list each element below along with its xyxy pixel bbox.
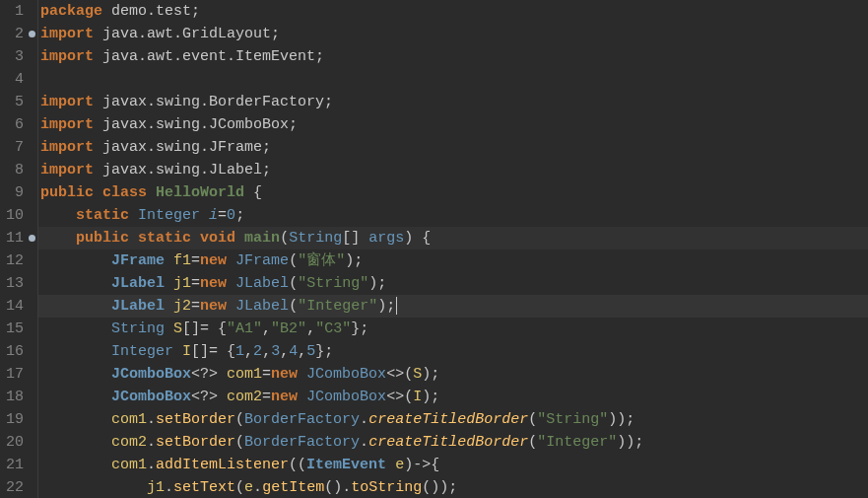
- code-token: new: [271, 366, 298, 383]
- code-token: ): [422, 389, 431, 405]
- code-token: 2: [253, 343, 262, 360]
- code-token: java.awt.event.ItemEvent: [102, 48, 315, 65]
- line-number: 6: [0, 113, 24, 136]
- code-token: ): [626, 434, 634, 451]
- code-line[interactable]: public class HelloWorld {: [38, 181, 868, 204]
- code-token: (: [528, 434, 537, 451]
- code-line[interactable]: JFrame f1=new JFrame("窗体");: [38, 249, 868, 272]
- code-token: ;: [262, 139, 271, 156]
- code-line[interactable]: String S[]= {"A1","B2","C3"};: [38, 318, 868, 340]
- breakpoint-marker-icon[interactable]: [29, 31, 35, 37]
- code-token: j1: [147, 479, 165, 496]
- line-number: 13: [0, 272, 24, 295]
- code-token: ): [368, 275, 377, 292]
- code-token: public: [40, 184, 94, 201]
- code-token: ;: [634, 434, 643, 451]
- code-line[interactable]: static Integer i=0;: [38, 204, 868, 227]
- code-line[interactable]: com1.setBorder(BorderFactory.createTitle…: [38, 408, 868, 431]
- code-token: I: [413, 389, 422, 405]
- breakpoint-marker-icon[interactable]: [29, 235, 35, 242]
- code-token: (: [235, 434, 244, 451]
- code-line[interactable]: JComboBox<?> com2=new JComboBox<>(I);: [38, 386, 868, 408]
- code-line[interactable]: import java.awt.event.ItemEvent;: [38, 45, 868, 68]
- code-token: ,: [280, 343, 289, 360]
- code-line[interactable]: import java.awt.GridLayout;: [38, 23, 868, 45]
- code-token: ;: [354, 252, 363, 269]
- code-token: ;: [377, 275, 386, 292]
- code-token: .: [147, 411, 156, 428]
- code-token: j1: [173, 275, 191, 292]
- code-token: ItemEvent: [306, 457, 386, 473]
- code-token: .: [360, 411, 368, 428]
- code-token: [40, 275, 111, 292]
- code-token: java.awt.GridLayout: [102, 26, 271, 42]
- code-token: JFrame: [111, 252, 165, 269]
- code-token: [173, 343, 182, 360]
- code-line[interactable]: com1.addItemListener((ItemEvent e)->{: [38, 454, 868, 476]
- code-line[interactable]: [38, 68, 868, 91]
- code-line[interactable]: JLabel j2=new JLabel("Integer");: [38, 295, 868, 318]
- code-token: ;: [448, 479, 457, 496]
- code-line[interactable]: import javax.swing.JFrame;: [38, 136, 868, 159]
- code-token: [40, 298, 111, 315]
- code-line[interactable]: Integer I[]= {1,2,3,4,5};: [38, 340, 868, 363]
- code-token: .: [147, 434, 156, 451]
- code-line[interactable]: JLabel j1=new JLabel("String");: [38, 272, 868, 295]
- code-token: "窗体": [298, 252, 345, 269]
- code-line[interactable]: import javax.swing.JLabel;: [38, 159, 868, 181]
- code-token: []= {: [191, 343, 235, 360]
- line-number: 3: [0, 45, 24, 68]
- line-number: 14: [0, 295, 24, 318]
- code-token: "A1": [227, 320, 262, 337]
- code-token: [129, 230, 138, 247]
- code-line[interactable]: import javax.swing.BorderFactory;: [38, 91, 868, 113]
- code-token: ): [333, 479, 342, 496]
- code-token: BorderFactory: [244, 434, 360, 451]
- code-token: String: [289, 230, 342, 247]
- line-number: 15: [0, 318, 24, 340]
- code-line[interactable]: JComboBox<?> com1=new JComboBox<>(S);: [38, 363, 868, 386]
- code-token: 5: [306, 343, 315, 360]
- code-token: [94, 184, 102, 201]
- code-token: JLabel: [111, 275, 165, 292]
- code-token: ;: [271, 26, 280, 42]
- code-token: ;: [262, 162, 271, 178]
- code-editor[interactable]: package demo.test;import java.awt.GridLa…: [37, 0, 868, 498]
- code-line[interactable]: package demo.test;: [38, 0, 868, 23]
- code-token: ;: [191, 3, 200, 20]
- code-token: (: [289, 457, 298, 473]
- code-token: (: [235, 411, 244, 428]
- code-token: new: [200, 275, 227, 292]
- code-token: "String": [298, 275, 368, 292]
- code-token: .: [165, 479, 173, 496]
- code-token: =: [218, 207, 227, 224]
- code-line[interactable]: import javax.swing.JComboBox;: [38, 113, 868, 136]
- code-token: String: [111, 320, 165, 337]
- code-token: addItemListener: [156, 457, 289, 473]
- code-token: demo.test: [111, 3, 191, 20]
- code-token: ;: [289, 116, 298, 133]
- code-token: (: [404, 366, 413, 383]
- code-token: .: [147, 457, 156, 473]
- code-token: =: [262, 366, 271, 383]
- code-line[interactable]: com2.setBorder(BorderFactory.createTitle…: [38, 431, 868, 454]
- code-token: ;: [386, 298, 395, 315]
- code-token: ): [404, 230, 413, 247]
- code-token: class: [102, 184, 147, 201]
- code-token: com2: [227, 389, 262, 405]
- code-token: ,: [306, 320, 315, 337]
- code-token: [40, 389, 111, 405]
- code-token: [40, 230, 76, 247]
- line-number: 17: [0, 363, 24, 386]
- code-token: 3: [271, 343, 280, 360]
- code-token: e: [244, 479, 253, 496]
- code-line[interactable]: public static void main(String[] args) {: [38, 227, 868, 249]
- code-line[interactable]: j1.setText(e.getItem().toString());: [38, 476, 868, 498]
- code-token: [227, 275, 235, 292]
- code-token: {: [413, 230, 431, 247]
- code-token: [298, 366, 306, 383]
- code-token: };: [315, 343, 333, 360]
- code-token: e: [395, 457, 404, 473]
- code-token: (: [280, 230, 289, 247]
- code-token: i: [209, 207, 218, 224]
